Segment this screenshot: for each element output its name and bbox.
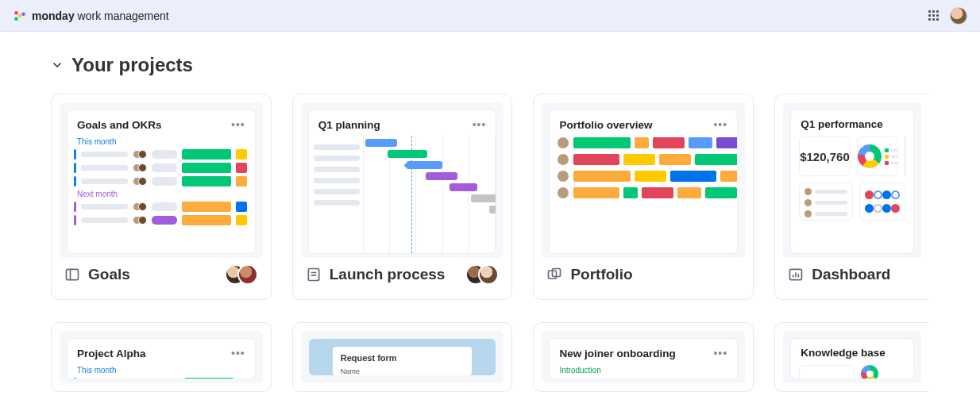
main-content: Your projects Goals and OKRs ••• This mo…: [0, 32, 980, 392]
svg-point-0: [14, 11, 18, 15]
project-cards-row-1: Goals and OKRs ••• This month Next month…: [51, 94, 929, 300]
section-title: Your projects: [71, 54, 193, 76]
project-card-dashboard[interactable]: Q1 performance $120,760: [774, 94, 929, 300]
kb-preview: [791, 363, 913, 379]
card-title: Portfolio: [570, 266, 740, 283]
card-title: Launch process: [330, 266, 458, 283]
group-label: Introduction: [550, 364, 737, 376]
dashboard-table-widget: [799, 183, 853, 221]
card-footer: Dashboard: [783, 258, 921, 291]
section-toggle-your-projects[interactable]: Your projects: [51, 54, 929, 76]
brand-text: monday work management: [32, 10, 169, 22]
dashboard-icon: [788, 267, 804, 283]
group-label: This month: [68, 136, 255, 148]
dashboard-metric: $120,760: [799, 136, 851, 176]
card-title: Dashboard: [812, 266, 916, 283]
project-card-knowledge-base[interactable]: Knowledge base: [774, 322, 929, 392]
preview-board-title: Knowledge base: [801, 347, 885, 359]
group-label: This month: [68, 364, 255, 376]
card-preview: Knowledge base: [783, 331, 921, 383]
card-preview: Request form Name: [301, 331, 504, 383]
more-icon[interactable]: •••: [231, 347, 245, 359]
user-avatar[interactable]: [950, 7, 967, 25]
project-card-request-form[interactable]: Request form Name: [292, 322, 513, 392]
card-footer: Portfolio: [542, 258, 745, 291]
preview-board-title: Portfolio overview: [559, 119, 652, 131]
brand-logo[interactable]: monday work management: [13, 9, 169, 23]
more-icon[interactable]: •••: [231, 118, 245, 131]
dashboard-pie-widget: [857, 136, 898, 176]
card-title: Goals: [88, 266, 217, 283]
member-avatar: [478, 264, 499, 285]
portfolio-preview: [550, 136, 737, 198]
card-footer: Launch process: [301, 258, 504, 291]
dashboard-status-widget: [859, 183, 905, 221]
doc-icon: [306, 267, 322, 283]
svg-point-1: [18, 13, 22, 17]
preview-board-title: Goals and OKRs: [77, 119, 162, 131]
form-title: Request form: [341, 353, 465, 363]
monday-logo-icon: [13, 9, 27, 23]
more-icon[interactable]: •••: [473, 118, 487, 131]
project-card-portfolio[interactable]: Portfolio overview ••• Portfolio: [533, 94, 754, 300]
svg-rect-4: [67, 269, 79, 279]
card-preview: Project Alpha ••• This month: [60, 331, 263, 383]
gantt-preview: [309, 136, 496, 253]
svg-point-2: [14, 17, 18, 21]
app-header: monday work management: [0, 0, 980, 32]
card-preview: Goals and OKRs ••• This month Next month: [60, 102, 263, 258]
group-label: Next month: [68, 188, 255, 200]
portfolio-icon: [546, 267, 562, 283]
card-footer: Goals: [60, 258, 263, 291]
kb-pie-icon: [861, 365, 878, 379]
form-field-label: Name: [341, 367, 465, 375]
preview-board-title: Q1 performance: [801, 118, 883, 130]
project-card-project-alpha[interactable]: Project Alpha ••• This month: [51, 322, 272, 392]
card-preview: New joiner onboarding ••• Introduction: [542, 331, 745, 383]
chevron-down-icon: [51, 59, 64, 71]
project-cards-row-2: Project Alpha ••• This month Request for…: [51, 322, 929, 392]
card-preview: Q1 planning •••: [301, 102, 504, 258]
card-members: [465, 264, 499, 285]
project-card-launch-process[interactable]: Q1 planning •••: [292, 94, 513, 300]
member-avatar: [237, 264, 258, 285]
dashboard-preview: $120,760: [791, 135, 913, 221]
more-icon[interactable]: •••: [713, 347, 727, 359]
project-card-goals[interactable]: Goals and OKRs ••• This month Next month…: [51, 94, 272, 300]
preview-board-title: Project Alpha: [77, 348, 146, 359]
card-members: [225, 264, 258, 285]
preview-board-title: New joiner onboarding: [559, 348, 675, 359]
board-icon: [64, 267, 80, 283]
card-preview: Q1 performance $120,760: [783, 102, 921, 258]
project-card-onboarding[interactable]: New joiner onboarding ••• Introduction: [533, 322, 754, 392]
more-icon[interactable]: •••: [713, 118, 727, 131]
apps-grid-icon[interactable]: [928, 10, 939, 21]
preview-board-title: Q1 planning: [318, 119, 380, 131]
svg-point-3: [21, 12, 25, 16]
dashboard-bar-widget: [905, 136, 906, 176]
card-preview: Portfolio overview •••: [542, 102, 745, 258]
kb-metric-box: [799, 365, 855, 379]
